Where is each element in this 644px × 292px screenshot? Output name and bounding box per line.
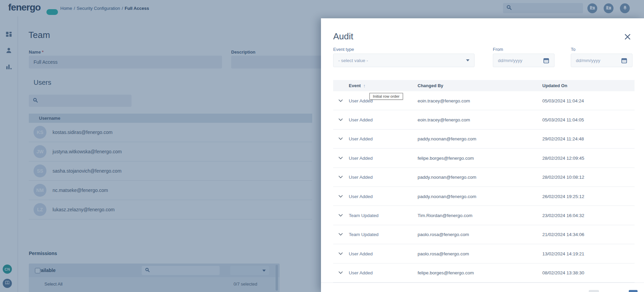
audit-table-row[interactable]: Team Updated paolo.rosa@fenergo.com 21/0… — [333, 225, 635, 244]
calendar-icon[interactable] — [543, 57, 549, 64]
event-cell: User Added — [349, 194, 373, 199]
changed-by-cell: eoin.tracey@fenergo.com — [418, 117, 470, 122]
from-date-placeholder: dd/mm/yyyy — [498, 58, 522, 63]
updated-on-cell: 05/03/2024 11:04:05 — [542, 117, 584, 122]
changed-by-cell: Tim.Riordan@fenergo.com — [418, 213, 472, 218]
expand-chevron-icon[interactable] — [339, 252, 343, 255]
column-header-event[interactable]: Event ↑ — [349, 80, 365, 91]
updated-on-cell: 13/02/2024 14:19:21 — [542, 251, 584, 256]
event-cell: User Added — [349, 251, 373, 256]
audit-table-row[interactable]: User Added felipe.borges@fenergo.com 08/… — [333, 264, 635, 283]
changed-by-cell: eoin.tracey@fenergo.com — [418, 98, 470, 103]
calendar-icon[interactable] — [621, 57, 627, 64]
to-date-field[interactable]: dd/mm/yyyy — [571, 54, 632, 67]
event-cell: User Added — [349, 155, 373, 160]
audit-title: Audit — [333, 31, 353, 42]
footer-divider — [321, 283, 644, 283]
audit-table-header: Event ↑ Changed By Updated On — [333, 80, 635, 91]
event-type-label: Event type — [333, 47, 354, 52]
expand-chevron-icon[interactable] — [339, 137, 343, 140]
changed-by-cell: paolo.rosa@fenergo.com — [418, 232, 469, 237]
expand-chevron-icon[interactable] — [339, 233, 343, 236]
expand-chevron-icon[interactable] — [339, 271, 343, 274]
audit-table-row[interactable]: User Added paolo.rosa@fenergo.com 13/02/… — [333, 244, 635, 263]
close-icon[interactable] — [624, 33, 632, 41]
column-header-changed-by[interactable]: Changed By — [418, 80, 443, 91]
sort-ascending-icon: ↑ — [363, 83, 365, 89]
expand-chevron-icon[interactable] — [339, 99, 343, 102]
audit-drawer: Audit Event type - select value - From d… — [321, 18, 644, 292]
audit-table-row[interactable]: User Added paddy.noonan@fenergo.com 29/0… — [333, 130, 635, 149]
changed-by-cell: paolo.rosa@fenergo.com — [418, 251, 469, 256]
expand-chevron-icon[interactable] — [339, 118, 343, 121]
to-label: To — [571, 47, 576, 52]
pagination-button-secondary[interactable] — [589, 290, 599, 292]
audit-table-row[interactable]: User Added paddy.noonan@fenergo.com 28/0… — [333, 168, 635, 187]
event-cell: User Added — [349, 270, 373, 275]
from-label: From — [493, 47, 503, 52]
event-type-select[interactable]: - select value - — [333, 54, 475, 67]
changed-by-cell: paddy.noonan@fenergo.com — [418, 175, 476, 180]
changed-by-cell: felipe.borges@fenergo.com — [418, 155, 474, 160]
pagination-button-primary[interactable] — [629, 290, 638, 292]
from-date-field[interactable]: dd/mm/yyyy — [493, 54, 555, 67]
event-cell: User Added — [349, 98, 373, 103]
chevron-down-icon — [466, 59, 469, 61]
expand-chevron-icon[interactable] — [339, 157, 343, 159]
audit-table-row[interactable]: User Added felipe.borges@fenergo.com 28/… — [333, 149, 635, 168]
event-cell: Team Updated — [349, 232, 379, 237]
updated-on-cell: 26/02/2024 19:25:12 — [542, 194, 584, 199]
expand-chevron-icon[interactable] — [339, 195, 343, 198]
sort-tooltip: Initial row order — [369, 93, 403, 100]
event-cell: User Added — [349, 136, 373, 141]
audit-table-row[interactable]: Team Updated Tim.Riordan@fenergo.com 23/… — [333, 206, 635, 225]
event-cell: User Added — [349, 117, 373, 122]
changed-by-cell: felipe.borges@fenergo.com — [418, 270, 474, 275]
expand-chevron-icon[interactable] — [339, 214, 343, 217]
audit-table-body: User Added eoin.tracey@fenergo.com 05/03… — [333, 91, 635, 283]
updated-on-cell: 08/02/2024 13:38:30 — [542, 270, 584, 275]
expand-chevron-icon[interactable] — [339, 176, 343, 178]
event-type-value: - select value - — [338, 58, 368, 63]
updated-on-cell: 05/03/2024 11:04:24 — [542, 98, 584, 103]
updated-on-cell: 29/02/2024 11:24:48 — [542, 136, 584, 141]
updated-on-cell: 28/02/2024 12:09:45 — [542, 155, 584, 160]
changed-by-cell: paddy.noonan@fenergo.com — [418, 136, 476, 141]
updated-on-cell: 28/02/2024 10:08:12 — [542, 175, 584, 180]
to-date-placeholder: dd/mm/yyyy — [576, 58, 600, 63]
audit-table-row[interactable]: User Added eoin.tracey@fenergo.com 05/03… — [333, 110, 635, 129]
event-cell: Team Updated — [349, 213, 379, 218]
column-header-updated-on[interactable]: Updated On — [542, 80, 567, 91]
event-cell: User Added — [349, 175, 373, 180]
changed-by-cell: paddy.noonan@fenergo.com — [418, 194, 476, 199]
updated-on-cell: 23/02/2024 16:04:32 — [542, 213, 584, 218]
updated-on-cell: 21/02/2024 14:34:06 — [542, 232, 584, 237]
audit-table-row[interactable]: User Added paddy.noonan@fenergo.com 26/0… — [333, 187, 635, 206]
